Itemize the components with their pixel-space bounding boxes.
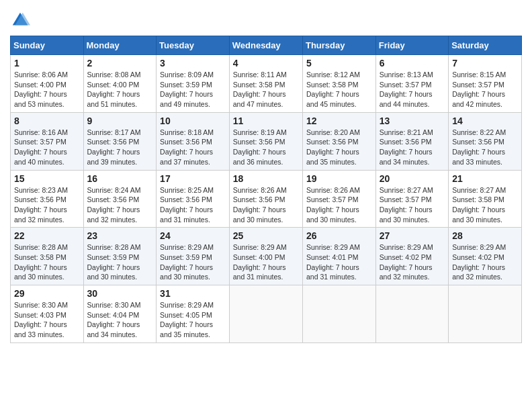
calendar-cell: 16 Sunrise: 8:24 AM Sunset: 3:56 PM Dayl…	[83, 170, 157, 228]
calendar-header-friday: Friday	[375, 36, 448, 55]
calendar-cell: 24 Sunrise: 8:29 AM Sunset: 3:59 PM Dayl…	[157, 228, 230, 285]
calendar-cell: 31 Sunrise: 8:29 AM Sunset: 4:05 PM Dayl…	[157, 285, 230, 343]
calendar-cell: 27 Sunrise: 8:29 AM Sunset: 4:02 PM Dayl…	[375, 228, 448, 285]
day-info: Sunrise: 8:25 AM Sunset: 3:56 PM Dayligh…	[160, 185, 226, 225]
calendar-cell: 20 Sunrise: 8:27 AM Sunset: 3:57 PM Dayl…	[375, 170, 448, 228]
calendar-cell: 14 Sunrise: 8:22 AM Sunset: 3:56 PM Dayl…	[449, 112, 522, 170]
day-number: 3	[160, 58, 226, 68]
calendar-week-1: 1 Sunrise: 8:06 AM Sunset: 4:00 PM Dayli…	[11, 55, 522, 113]
day-number: 29	[14, 288, 80, 299]
calendar-cell: 4 Sunrise: 8:11 AM Sunset: 3:58 PM Dayli…	[229, 55, 302, 113]
day-number: 2	[87, 58, 153, 68]
day-info: Sunrise: 8:29 AM Sunset: 4:00 PM Dayligh…	[233, 242, 299, 282]
day-number: 14	[452, 116, 518, 126]
day-info: Sunrise: 8:28 AM Sunset: 3:58 PM Dayligh…	[14, 242, 80, 282]
day-info: Sunrise: 8:16 AM Sunset: 3:57 PM Dayligh…	[14, 128, 80, 167]
day-info: Sunrise: 8:26 AM Sunset: 3:57 PM Dayligh…	[306, 185, 372, 225]
day-number: 20	[380, 173, 445, 184]
calendar-cell: 21 Sunrise: 8:27 AM Sunset: 3:58 PM Dayl…	[449, 170, 522, 228]
day-number: 1	[14, 58, 80, 68]
calendar-cell: 23 Sunrise: 8:28 AM Sunset: 3:59 PM Dayl…	[83, 228, 157, 285]
day-number: 7	[452, 58, 518, 68]
calendar-week-3: 15 Sunrise: 8:23 AM Sunset: 3:56 PM Dayl…	[11, 170, 522, 228]
calendar-cell: 22 Sunrise: 8:28 AM Sunset: 3:58 PM Dayl…	[11, 228, 84, 285]
day-info: Sunrise: 8:21 AM Sunset: 3:56 PM Dayligh…	[380, 128, 445, 167]
day-info: Sunrise: 8:29 AM Sunset: 4:01 PM Dayligh…	[306, 242, 372, 282]
day-info: Sunrise: 8:23 AM Sunset: 3:56 PM Dayligh…	[14, 185, 80, 225]
day-info: Sunrise: 8:26 AM Sunset: 3:56 PM Dayligh…	[233, 185, 299, 225]
calendar-week-2: 8 Sunrise: 8:16 AM Sunset: 3:57 PM Dayli…	[11, 112, 522, 170]
day-number: 10	[160, 116, 226, 126]
calendar-header-row: SundayMondayTuesdayWednesdayThursdayFrid…	[11, 36, 522, 55]
day-info: Sunrise: 8:30 AM Sunset: 4:04 PM Dayligh…	[87, 300, 153, 340]
header	[10, 7, 522, 30]
day-number: 23	[87, 230, 153, 241]
day-number: 19	[306, 173, 372, 184]
day-number: 15	[14, 173, 80, 184]
calendar-cell	[375, 285, 448, 343]
calendar-cell: 30 Sunrise: 8:30 AM Sunset: 4:04 PM Dayl…	[83, 285, 157, 343]
day-number: 12	[306, 116, 372, 126]
calendar-header-tuesday: Tuesday	[157, 36, 230, 55]
calendar-cell: 5 Sunrise: 8:12 AM Sunset: 3:58 PM Dayli…	[302, 55, 375, 113]
day-number: 9	[87, 116, 153, 126]
calendar-cell: 2 Sunrise: 8:08 AM Sunset: 4:00 PM Dayli…	[83, 55, 157, 113]
calendar-cell	[229, 285, 302, 343]
day-number: 25	[233, 230, 299, 241]
calendar-cell	[302, 285, 375, 343]
calendar-cell: 15 Sunrise: 8:23 AM Sunset: 3:56 PM Dayl…	[11, 170, 84, 228]
calendar-cell: 10 Sunrise: 8:18 AM Sunset: 3:56 PM Dayl…	[157, 112, 230, 170]
day-info: Sunrise: 8:11 AM Sunset: 3:58 PM Dayligh…	[233, 70, 299, 109]
day-number: 4	[233, 58, 299, 68]
day-number: 6	[380, 58, 445, 68]
calendar-cell: 1 Sunrise: 8:06 AM Sunset: 4:00 PM Dayli…	[11, 55, 84, 113]
logo	[10, 10, 33, 30]
day-number: 8	[14, 116, 80, 126]
day-number: 18	[233, 173, 299, 184]
calendar-cell: 25 Sunrise: 8:29 AM Sunset: 4:00 PM Dayl…	[229, 228, 302, 285]
calendar-header-saturday: Saturday	[449, 36, 522, 55]
day-info: Sunrise: 8:29 AM Sunset: 4:02 PM Dayligh…	[380, 242, 445, 282]
calendar-cell: 3 Sunrise: 8:09 AM Sunset: 3:59 PM Dayli…	[157, 55, 230, 113]
day-info: Sunrise: 8:20 AM Sunset: 3:56 PM Dayligh…	[306, 128, 372, 167]
calendar-week-5: 29 Sunrise: 8:30 AM Sunset: 4:03 PM Dayl…	[11, 285, 522, 343]
logo-icon	[10, 10, 30, 30]
day-info: Sunrise: 8:17 AM Sunset: 3:56 PM Dayligh…	[87, 128, 153, 167]
day-info: Sunrise: 8:27 AM Sunset: 3:57 PM Dayligh…	[380, 185, 445, 225]
day-number: 26	[306, 230, 372, 241]
day-info: Sunrise: 8:30 AM Sunset: 4:03 PM Dayligh…	[14, 300, 80, 340]
calendar-cell: 19 Sunrise: 8:26 AM Sunset: 3:57 PM Dayl…	[302, 170, 375, 228]
day-info: Sunrise: 8:13 AM Sunset: 3:57 PM Dayligh…	[380, 70, 445, 109]
day-info: Sunrise: 8:19 AM Sunset: 3:56 PM Dayligh…	[233, 128, 299, 167]
day-info: Sunrise: 8:29 AM Sunset: 3:59 PM Dayligh…	[160, 242, 226, 282]
calendar-header-wednesday: Wednesday	[229, 36, 302, 55]
day-info: Sunrise: 8:15 AM Sunset: 3:57 PM Dayligh…	[452, 70, 518, 109]
day-info: Sunrise: 8:29 AM Sunset: 4:02 PM Dayligh…	[452, 242, 518, 282]
day-number: 21	[452, 173, 518, 184]
day-number: 17	[160, 173, 226, 184]
day-number: 11	[233, 116, 299, 126]
day-number: 5	[306, 58, 372, 68]
calendar-cell: 12 Sunrise: 8:20 AM Sunset: 3:56 PM Dayl…	[302, 112, 375, 170]
day-info: Sunrise: 8:18 AM Sunset: 3:56 PM Dayligh…	[160, 128, 226, 167]
day-number: 31	[160, 288, 226, 299]
day-info: Sunrise: 8:12 AM Sunset: 3:58 PM Dayligh…	[306, 70, 372, 109]
day-number: 24	[160, 230, 226, 241]
calendar-header-sunday: Sunday	[11, 36, 84, 55]
calendar-cell: 8 Sunrise: 8:16 AM Sunset: 3:57 PM Dayli…	[11, 112, 84, 170]
day-info: Sunrise: 8:29 AM Sunset: 4:05 PM Dayligh…	[160, 300, 226, 340]
calendar-cell: 29 Sunrise: 8:30 AM Sunset: 4:03 PM Dayl…	[11, 285, 84, 343]
day-info: Sunrise: 8:06 AM Sunset: 4:00 PM Dayligh…	[14, 70, 80, 109]
day-number: 28	[452, 230, 518, 241]
calendar-cell: 7 Sunrise: 8:15 AM Sunset: 3:57 PM Dayli…	[449, 55, 522, 113]
day-info: Sunrise: 8:08 AM Sunset: 4:00 PM Dayligh…	[87, 70, 153, 109]
calendar-cell: 9 Sunrise: 8:17 AM Sunset: 3:56 PM Dayli…	[83, 112, 157, 170]
day-number: 27	[380, 230, 445, 241]
calendar-cell: 11 Sunrise: 8:19 AM Sunset: 3:56 PM Dayl…	[229, 112, 302, 170]
day-number: 30	[87, 288, 153, 299]
calendar-cell: 17 Sunrise: 8:25 AM Sunset: 3:56 PM Dayl…	[157, 170, 230, 228]
day-info: Sunrise: 8:22 AM Sunset: 3:56 PM Dayligh…	[452, 128, 518, 167]
day-info: Sunrise: 8:09 AM Sunset: 3:59 PM Dayligh…	[160, 70, 226, 109]
day-info: Sunrise: 8:27 AM Sunset: 3:58 PM Dayligh…	[452, 185, 518, 225]
calendar-cell: 28 Sunrise: 8:29 AM Sunset: 4:02 PM Dayl…	[449, 228, 522, 285]
